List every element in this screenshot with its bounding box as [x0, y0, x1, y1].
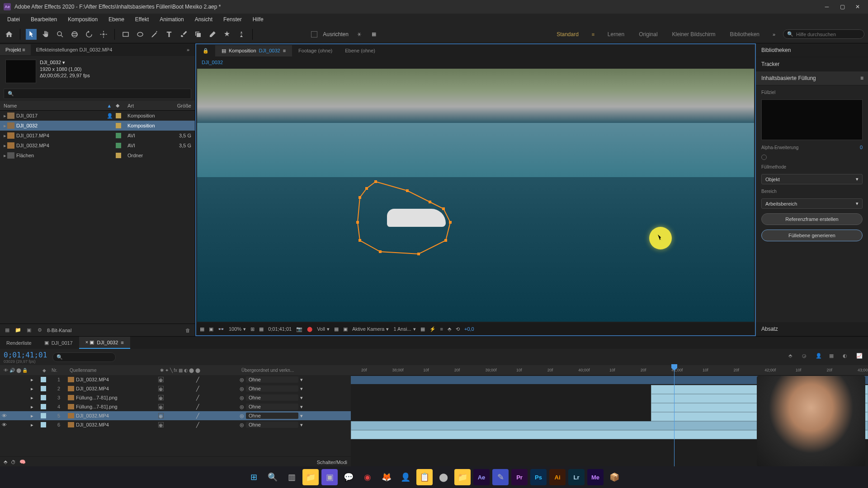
playhead[interactable] — [674, 365, 675, 467]
taskbar-app5[interactable]: ✎ — [492, 469, 509, 485]
taskbar-app4[interactable]: 📋 — [416, 469, 433, 485]
new-comp-icon[interactable]: ▣ — [25, 327, 33, 334]
minimize-button[interactable]: ─ — [824, 4, 830, 10]
resolution-select[interactable]: Voll ▾ — [317, 326, 330, 332]
toggle-switches-icon[interactable]: ⬘ — [4, 459, 7, 465]
effect-settings-tab[interactable]: Effekteinstellungen DJI_0032.MP4 — [31, 44, 118, 55]
taskbar-whatsapp[interactable]: 💬 — [340, 469, 357, 485]
help-search[interactable]: 🔍 — [783, 29, 864, 39]
project-search[interactable]: 🔍 — [4, 89, 191, 99]
snap-icon[interactable]: ▦ — [368, 29, 379, 40]
taskbar-ps[interactable]: Ps — [530, 469, 547, 485]
menu-bearbeiten[interactable]: Bearbeiten — [26, 14, 61, 24]
menu-effekt[interactable]: Effekt — [131, 14, 153, 24]
fill-method-select[interactable]: Objekt▾ — [761, 174, 863, 184]
timecode-display[interactable]: 0;01;41;01 — [268, 326, 292, 332]
ausrichten-checkbox[interactable] — [311, 31, 317, 38]
timeline-search[interactable]: 🔍 — [52, 352, 116, 362]
comp-mini-flow-icon[interactable]: ⬘ — [788, 353, 797, 361]
col-type[interactable]: Art — [127, 103, 168, 108]
text-tool[interactable] — [164, 29, 175, 40]
menu-datei[interactable]: Datei — [3, 14, 24, 24]
col-size[interactable]: Größe — [168, 103, 195, 108]
col-parent[interactable]: Übergeordnet und verkn... — [240, 368, 303, 373]
col-num[interactable]: Nr. — [50, 368, 68, 373]
snap-options[interactable]: ⚹ — [354, 29, 365, 40]
workspace-kleiner[interactable]: Kleiner Bildschirm — [667, 31, 721, 38]
maximize-button[interactable]: ▢ — [839, 4, 845, 10]
rect-tool[interactable] — [120, 29, 131, 40]
project-item[interactable]: ▸ DJI_0032 Komposition — [0, 121, 195, 131]
orbit-tool[interactable] — [69, 29, 80, 40]
timeline-layer[interactable]: ▸ 1 DJI_0032.MP4 ⊕╱ ◎Ohne▾ — [0, 375, 351, 384]
exposure-value[interactable]: +0,0 — [464, 326, 474, 332]
project-item[interactable]: ▸ DJI_0017 👤 Komposition — [0, 111, 195, 121]
workspace-menu-icon[interactable]: ≡ — [588, 29, 599, 40]
reference-frame-button[interactable]: Referenzframe erstellen — [761, 213, 863, 225]
timeline-layer[interactable]: ▸ 3 Füllung...7-81].png ⊕╱ ◎Ohne▾ — [0, 393, 351, 402]
footage-tab[interactable]: Footage (ohne) — [292, 45, 339, 56]
col-name[interactable]: Name — [4, 103, 107, 108]
workspace-overflow[interactable]: » — [769, 29, 779, 40]
taskbar-pr[interactable]: Pr — [511, 469, 528, 485]
project-item[interactable]: ▸ DJI_0032.MP4 AVI 3,5 G — [0, 141, 195, 150]
project-item[interactable]: ▸ Flächen Ordner — [0, 150, 195, 160]
timeline-layer[interactable]: 👁 ▸ 5 DJI_0032.MP4 ⊕╱ ◎Ohne▾ — [0, 411, 351, 420]
alpha-expansion-value[interactable]: 0 — [860, 145, 863, 150]
workspace-lernen[interactable]: Lernen — [602, 31, 630, 38]
zoom-tool[interactable] — [55, 29, 66, 40]
close-button[interactable]: ✕ — [854, 4, 861, 10]
taskbar-taskview[interactable]: ▥ — [283, 469, 300, 485]
taskbar-search[interactable]: 🔍 — [264, 469, 281, 485]
fast-preview-icon[interactable]: ⚡ — [429, 326, 436, 332]
menu-animation[interactable]: Animation — [155, 14, 188, 24]
libraries-panel-header[interactable]: Bibliotheken — [756, 43, 868, 57]
pen-tool[interactable] — [149, 29, 160, 40]
draft-3d-icon[interactable]: ◶ — [802, 353, 810, 361]
timeline-tab-2[interactable]: × ▣ DJI_0032 ≡ — [79, 337, 130, 349]
range-select[interactable]: Arbeitsbereich▾ — [761, 198, 863, 209]
timeline-layer[interactable]: 👁 ▸ 6 DJI_0032.MP4 ⊕╱ ◎Ohne▾ — [0, 420, 351, 429]
interpret-footage-icon[interactable]: ▦ — [4, 327, 11, 334]
mask-path[interactable] — [349, 177, 475, 267]
channel-icon[interactable]: ⬤ — [307, 326, 312, 332]
roto-tool[interactable] — [222, 29, 232, 40]
brush-tool[interactable] — [178, 29, 189, 40]
home-tool[interactable] — [4, 29, 14, 40]
layer-tab[interactable]: Ebene (ohne) — [339, 45, 382, 56]
taskbar-app6[interactable]: 📦 — [606, 469, 623, 485]
generate-fill-button[interactable]: Füllebene generieren — [761, 230, 863, 241]
transparency-icon[interactable]: ▦ — [334, 326, 339, 332]
project-item[interactable]: ▸ DJI_0017.MP4 AVI 3,5 G — [0, 131, 195, 141]
content-fill-panel-header[interactable]: Inhaltsbasierte Füllung ≡ — [756, 71, 868, 85]
views-select[interactable]: 1 Ansi... ▾ — [393, 326, 415, 332]
col-source-name[interactable]: Quellenname — [68, 368, 158, 373]
camera-select[interactable]: Aktive Kamera ▾ — [352, 326, 389, 332]
tracker-panel-header[interactable]: Tracker — [756, 57, 868, 71]
bit-depth[interactable]: 8-Bit-Kanal — [47, 328, 71, 333]
menu-hilfe[interactable]: Hilfe — [248, 14, 268, 24]
taskbar-app1[interactable]: ▣ — [321, 469, 338, 485]
taskbar-app2[interactable]: ◉ — [359, 469, 376, 485]
taskbar-ae[interactable]: Ae — [473, 469, 490, 485]
taskbar-lr[interactable]: Lr — [568, 469, 585, 485]
timeline-timecode[interactable]: 0;01;41;01 — [4, 351, 47, 359]
taskbar-ai[interactable]: Ai — [549, 469, 566, 485]
frame-blend-icon[interactable]: ▦ — [829, 353, 837, 361]
timeline-icon[interactable]: ≡ — [440, 326, 443, 332]
taskbar-explorer[interactable]: 📁 — [302, 469, 319, 485]
timeline-ruler[interactable]: 20f38;00f10f20f39;00f10f20f40;00f10f20f4… — [351, 365, 868, 375]
toggle-brain-icon[interactable]: 🧠 — [19, 459, 26, 465]
composition-canvas[interactable] — [197, 69, 754, 322]
panel-menu-icon[interactable]: ≡ — [860, 75, 863, 81]
workspace-original[interactable]: Original — [633, 31, 663, 38]
panel-overflow[interactable]: » — [181, 44, 195, 55]
puppet-tool[interactable] — [236, 29, 247, 40]
help-search-input[interactable] — [796, 32, 860, 37]
taskbar-firefox[interactable]: 🦊 — [378, 469, 395, 485]
selection-tool[interactable] — [26, 29, 37, 40]
ellipse-tool[interactable] — [135, 29, 146, 40]
zoom-select[interactable]: 100% ▾ — [229, 326, 246, 332]
taskbar-start[interactable]: ⊞ — [245, 469, 262, 485]
graph-editor-icon[interactable]: 📈 — [856, 353, 864, 361]
